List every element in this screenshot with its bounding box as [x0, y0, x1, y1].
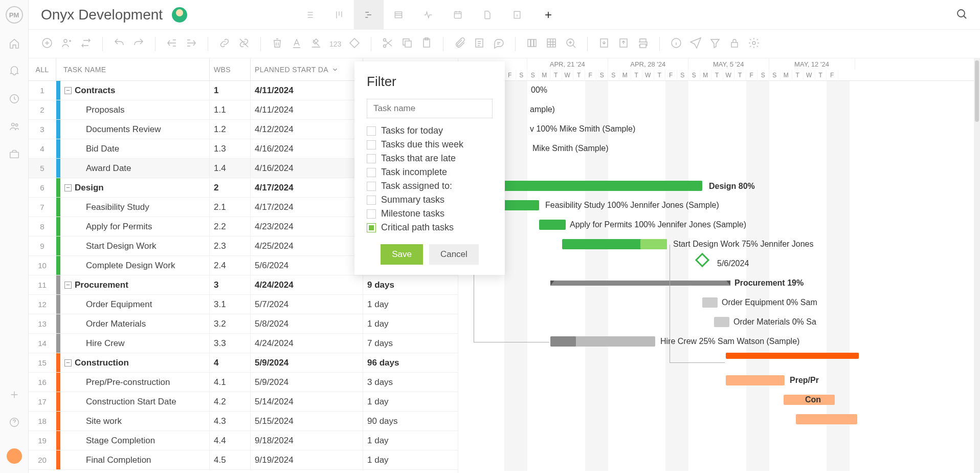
board-view-icon[interactable]	[324, 0, 354, 30]
filter-option[interactable]: Milestone tasks	[367, 208, 493, 219]
wbs-cell[interactable]: 2.3	[210, 236, 251, 255]
filter-option[interactable]: Tasks that are late	[367, 153, 493, 164]
task-bar[interactable]	[796, 414, 857, 424]
filter-option[interactable]: Summary tasks	[367, 195, 493, 205]
wbs-cell[interactable]: 3.3	[210, 334, 251, 353]
settings-icon[interactable]	[748, 37, 760, 51]
comment-icon[interactable]	[493, 37, 505, 51]
date-cell[interactable]: 9/19/2024	[251, 450, 363, 469]
task-name-cell[interactable]: Final Completion	[60, 450, 210, 469]
auto-number-icon[interactable]: 123	[329, 40, 341, 48]
wbs-cell[interactable]: 4.5	[210, 450, 251, 469]
grid-icon[interactable]	[545, 37, 558, 51]
zoom-icon[interactable]	[565, 37, 577, 51]
import-icon[interactable]	[598, 37, 610, 51]
duration-cell[interactable]: 7 days	[363, 334, 458, 353]
people-icon[interactable]	[9, 121, 20, 134]
duration-cell[interactable]: 96 days	[363, 353, 458, 372]
task-name-cell[interactable]: − Procurement	[60, 275, 210, 294]
task-name-cell[interactable]: Start Design Work	[60, 236, 210, 255]
calendar-view-icon[interactable]	[443, 0, 473, 30]
wbs-cell[interactable]: 1.1	[210, 100, 251, 119]
task-name-cell[interactable]: Construction Start Date	[60, 392, 210, 411]
task-name-cell[interactable]: Prep/Pre-construction	[60, 373, 210, 392]
wbs-cell[interactable]: 4.3	[210, 412, 251, 431]
checkbox-icon[interactable]	[367, 223, 376, 232]
summary-bar[interactable]	[550, 281, 730, 286]
outdent-icon[interactable]	[166, 37, 178, 51]
task-name-cell[interactable]: Apply for Permits	[60, 217, 210, 236]
date-cell[interactable]: 5/9/2024	[251, 373, 363, 392]
checkbox-icon[interactable]	[367, 182, 376, 191]
filter-option[interactable]: Task incomplete	[367, 167, 493, 178]
filter-option[interactable]: Critical path tasks	[367, 222, 493, 233]
task-name-cell[interactable]: Stage Completion	[60, 431, 210, 450]
col-wbs[interactable]: WBS	[210, 58, 251, 80]
task-name-cell[interactable]: − Construction	[60, 353, 210, 372]
milestone-diamond[interactable]	[695, 253, 709, 267]
collapse-icon[interactable]: −	[64, 184, 72, 191]
table-row[interactable]: 12 Order Equipment 3.1 5/7/2024 1 day	[29, 295, 458, 314]
task-name-cell[interactable]: Documents Review	[60, 120, 210, 139]
date-cell[interactable]: 4/23/2024	[251, 217, 363, 236]
wbs-cell[interactable]: 3.2	[210, 314, 251, 333]
table-row[interactable]: 14 Hire Crew 3.3 4/24/2024 7 days	[29, 334, 458, 353]
cut-icon[interactable]	[382, 37, 394, 51]
task-name-cell[interactable]: Order Equipment	[60, 295, 210, 314]
col-all[interactable]: ALL	[29, 58, 56, 80]
duration-cell[interactable]: 90 days	[363, 412, 458, 431]
date-cell[interactable]: 4/17/2024	[251, 178, 363, 197]
search-icon[interactable]	[955, 8, 968, 22]
col-task-name[interactable]: TASK NAME	[56, 58, 210, 80]
send-icon[interactable]	[689, 37, 702, 51]
milestone-icon[interactable]	[348, 37, 361, 51]
wbs-cell[interactable]: 4.4	[210, 431, 251, 450]
table-row[interactable]: 17 Construction Start Date 4.2 5/14/2024…	[29, 392, 458, 412]
redo-icon[interactable]	[132, 37, 145, 51]
add-task-icon[interactable]	[41, 37, 53, 51]
filter-option[interactable]: Tasks for today	[367, 125, 493, 136]
file-view-icon[interactable]	[473, 0, 502, 30]
wbs-cell[interactable]: 2.1	[210, 198, 251, 217]
task-name-cell[interactable]: Order Materials	[60, 314, 210, 333]
date-cell[interactable]: 4/11/2024	[251, 81, 363, 100]
table-row[interactable]: 19 Stage Completion 4.4 9/18/2024 1 day	[29, 431, 458, 450]
task-name-cell[interactable]: Award Date	[60, 159, 210, 178]
task-name-cell[interactable]: Site work	[60, 412, 210, 431]
wbs-cell[interactable]: 4.2	[210, 392, 251, 411]
table-row[interactable]: 18 Site work 4.3 5/15/2024 90 days	[29, 412, 458, 431]
gantt-view-icon[interactable]	[354, 0, 384, 30]
note-icon[interactable]	[473, 37, 485, 51]
table-row[interactable]: 11 − Procurement 3 4/24/2024 9 days	[29, 275, 458, 295]
checkbox-icon[interactable]	[367, 126, 376, 136]
trash-icon[interactable]	[271, 37, 283, 51]
date-cell[interactable]: 5/7/2024	[251, 295, 363, 314]
wbs-cell[interactable]: 1.2	[210, 120, 251, 139]
task-name-cell[interactable]: Feasibility Study	[60, 198, 210, 217]
summary-bar[interactable]	[726, 353, 859, 359]
briefcase-icon[interactable]	[9, 148, 20, 162]
plus-icon[interactable]	[9, 389, 20, 402]
undo-icon[interactable]	[113, 37, 125, 51]
wbs-cell[interactable]: 2.4	[210, 256, 251, 275]
wbs-cell[interactable]: 2	[210, 178, 251, 197]
date-cell[interactable]: 5/9/2024	[251, 353, 363, 372]
duration-cell[interactable]: 3 days	[363, 373, 458, 392]
filter-task-name-input[interactable]	[367, 99, 493, 118]
user-avatar[interactable]	[7, 448, 22, 464]
attach-icon[interactable]	[454, 37, 466, 51]
wbs-cell[interactable]: 4.1	[210, 373, 251, 392]
swap-icon[interactable]	[80, 37, 92, 51]
bell-icon[interactable]	[9, 66, 20, 79]
wbs-cell[interactable]: 4	[210, 353, 251, 372]
columns-icon[interactable]	[526, 37, 538, 51]
wbs-cell[interactable]: 2.2	[210, 217, 251, 236]
date-cell[interactable]: 5/8/2024	[251, 314, 363, 333]
export-icon[interactable]	[617, 37, 630, 51]
filter-save-button[interactable]: Save	[381, 244, 423, 265]
checkbox-icon[interactable]	[367, 209, 376, 219]
filter-option[interactable]: Tasks due this week	[367, 139, 493, 150]
wbs-cell[interactable]: 3	[210, 275, 251, 294]
lock-icon[interactable]	[728, 37, 741, 51]
duration-cell[interactable]: 1 day	[363, 295, 458, 314]
